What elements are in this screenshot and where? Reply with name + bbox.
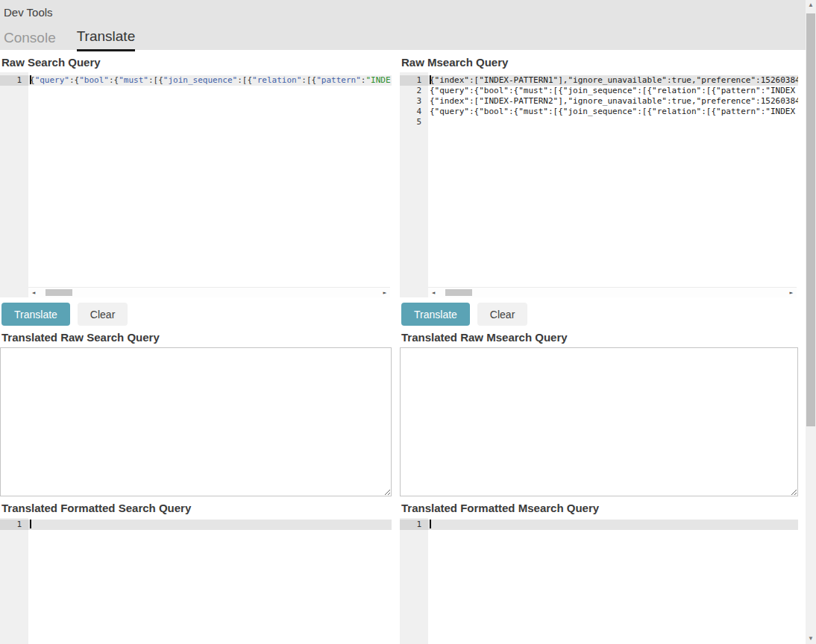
code-lines[interactable] bbox=[28, 518, 392, 530]
text-cursor bbox=[430, 75, 431, 84]
app-title: Dev Tools bbox=[4, 6, 53, 19]
translated-raw-msearch-label: Translated Raw Msearch Query bbox=[400, 332, 798, 344]
code-lines[interactable] bbox=[428, 518, 798, 530]
line-number: 1 bbox=[0, 75, 28, 86]
code-lines[interactable]: {"index":["INDEX-PATTERN1"],"ignore_unav… bbox=[428, 72, 798, 127]
code-line[interactable]: {"index":["INDEX-PATTERN1"],"ignore_unav… bbox=[428, 75, 798, 86]
line-number: 1 bbox=[400, 520, 428, 530]
code-line[interactable]: {"index":["INDEX-PATTERN2"],"ignore_unav… bbox=[428, 96, 798, 107]
raw-msearch-query-editor[interactable]: 12345 {"index":["INDEX-PATTERN1"],"ignor… bbox=[400, 72, 798, 297]
text-cursor bbox=[430, 520, 431, 528]
search-column: Raw Search Query 1 {"query":{"bool":{"mu… bbox=[0, 50, 392, 644]
line-number-gutter: 12345 bbox=[400, 72, 428, 297]
search-actions: Translate Clear bbox=[1, 303, 392, 326]
clear-search-button[interactable]: Clear bbox=[78, 303, 128, 326]
code-line[interactable] bbox=[428, 117, 798, 127]
line-number-gutter: 1 bbox=[0, 72, 28, 297]
line-number: 2 bbox=[400, 86, 428, 96]
line-number: 1 bbox=[400, 75, 428, 86]
page-scrollbar-thumb[interactable] bbox=[806, 13, 815, 426]
translated-raw-msearch-textarea[interactable] bbox=[400, 347, 798, 496]
tab-console[interactable]: Console bbox=[4, 28, 56, 51]
editor-h-scrollbar[interactable]: ◄ ► bbox=[28, 287, 390, 297]
line-number: 4 bbox=[400, 107, 428, 117]
translated-raw-search-textarea[interactable] bbox=[0, 347, 392, 496]
clear-msearch-button[interactable]: Clear bbox=[477, 303, 527, 326]
translated-formatted-search-label: Translated Formatted Search Query bbox=[0, 502, 392, 514]
translate-search-button[interactable]: Translate bbox=[1, 303, 70, 326]
scroll-left-arrow-icon[interactable]: ◄ bbox=[28, 288, 39, 298]
code-line[interactable]: {"query":{"bool":{"must":[{"join_sequenc… bbox=[428, 86, 798, 96]
msearch-actions: Translate Clear bbox=[401, 303, 798, 326]
scrollbar-track[interactable] bbox=[39, 288, 380, 297]
header-bar: Dev Tools Console Translate bbox=[0, 0, 806, 50]
editor-h-scrollbar[interactable]: ◄ ► bbox=[428, 287, 797, 297]
tab-translate[interactable]: Translate bbox=[77, 28, 136, 51]
translated-formatted-msearch-editor[interactable]: 1 bbox=[400, 518, 798, 644]
scrollbar-thumb[interactable] bbox=[45, 289, 72, 296]
translate-page: Raw Search Query 1 {"query":{"bool":{"mu… bbox=[0, 50, 806, 644]
code-line[interactable]: {"query":{"bool":{"must":[{"join_sequenc… bbox=[28, 75, 392, 86]
scroll-left-arrow-icon[interactable]: ◄ bbox=[428, 288, 439, 298]
raw-msearch-query-label: Raw Msearch Query bbox=[400, 57, 798, 69]
scroll-down-arrow-icon[interactable]: ▼ bbox=[806, 634, 816, 644]
scrollbar-thumb[interactable] bbox=[445, 289, 472, 296]
scroll-right-arrow-icon[interactable]: ► bbox=[380, 288, 390, 298]
scrollbar-track[interactable] bbox=[439, 288, 786, 297]
code-line[interactable]: {"query":{"bool":{"must":[{"join_sequenc… bbox=[428, 107, 798, 117]
raw-search-query-editor[interactable]: 1 {"query":{"bool":{"must":[{"join_seque… bbox=[0, 72, 392, 297]
translated-formatted-msearch-label: Translated Formatted Msearch Query bbox=[400, 502, 798, 514]
line-number: 1 bbox=[0, 520, 28, 530]
line-number-gutter: 1 bbox=[0, 518, 28, 644]
tab-bar: Console Translate bbox=[4, 28, 156, 51]
raw-search-query-label: Raw Search Query bbox=[0, 57, 392, 69]
line-number: 5 bbox=[400, 117, 428, 127]
code-lines[interactable]: {"query":{"bool":{"must":[{"join_sequenc… bbox=[28, 72, 392, 86]
scroll-right-arrow-icon[interactable]: ► bbox=[786, 288, 797, 298]
scroll-up-arrow-icon[interactable]: ▲ bbox=[806, 0, 816, 10]
translated-raw-search-label: Translated Raw Search Query bbox=[0, 332, 392, 344]
page-scrollbar[interactable]: ▲ ▼ bbox=[806, 0, 816, 644]
line-number-gutter: 1 bbox=[400, 518, 428, 644]
text-cursor bbox=[30, 520, 31, 528]
msearch-column: Raw Msearch Query 12345 {"index":["INDEX… bbox=[400, 50, 798, 644]
line-number: 3 bbox=[400, 96, 428, 107]
text-cursor bbox=[30, 75, 31, 84]
translated-formatted-search-editor[interactable]: 1 bbox=[0, 518, 392, 644]
code-line[interactable] bbox=[428, 520, 798, 530]
translate-msearch-button[interactable]: Translate bbox=[401, 303, 470, 326]
code-line[interactable] bbox=[28, 520, 392, 530]
